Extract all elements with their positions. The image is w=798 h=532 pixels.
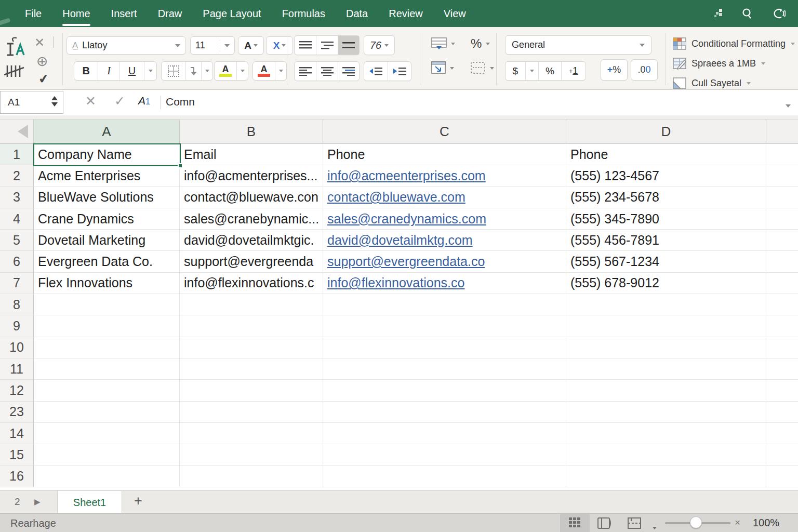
cell-C6[interactable]: support@evergreendata.co	[323, 251, 566, 272]
apply-check-button[interactable]: ✔	[37, 71, 50, 87]
row-header-7[interactable]: 7	[0, 273, 34, 294]
row-header-12[interactable]: 12	[0, 380, 34, 401]
cell-D23[interactable]	[566, 402, 766, 423]
cell-C11[interactable]	[323, 358, 566, 380]
align-top-button[interactable]	[295, 36, 316, 55]
paste-button[interactable]	[6, 36, 28, 59]
menu-home[interactable]: Home	[62, 8, 90, 20]
cell-E4[interactable]	[766, 208, 798, 230]
borders-button[interactable]	[162, 62, 185, 80]
cell-E2[interactable]	[766, 165, 798, 187]
row-header-10[interactable]: 10	[0, 337, 34, 358]
cell-C2[interactable]: info@acmeenterprises.com	[323, 165, 566, 187]
decrease-decimal-button[interactable]: .00	[631, 59, 658, 81]
cell-D8[interactable]	[566, 294, 766, 315]
cell-D6[interactable]: (555) 567-1234	[566, 251, 766, 272]
cell-C16[interactable]	[323, 466, 566, 487]
font-color-button[interactable]: A	[253, 62, 275, 80]
cell-E3[interactable]	[766, 187, 798, 208]
row-header-3[interactable]: 3	[0, 187, 34, 208]
tab-nav-all-button[interactable]: 2	[15, 496, 20, 508]
cell-A16[interactable]	[34, 466, 180, 487]
cell-C3[interactable]: contact@bluewave.com	[323, 187, 566, 208]
cell-A5[interactable]: Dovetail Marketing	[34, 230, 180, 251]
cell-D15[interactable]	[566, 444, 766, 466]
cell-D5[interactable]: (555) 456-7891	[566, 230, 766, 251]
cancel-entry-button[interactable]: ✕	[85, 94, 96, 109]
cell-D4[interactable]: (555) 345-7890	[566, 208, 766, 230]
menu-insert[interactable]: Insert	[111, 8, 137, 20]
row-header-6[interactable]: 6	[0, 251, 34, 272]
cell-D3[interactable]: (555) 234-5678	[566, 187, 766, 208]
percent-format-button[interactable]: %	[538, 62, 561, 80]
cell-A15[interactable]	[34, 444, 180, 466]
cell-A11[interactable]	[34, 358, 180, 380]
format-as-table-button[interactable]: Spraees a 1MB	[673, 57, 765, 70]
menu-view[interactable]: View	[444, 8, 466, 20]
name-box[interactable]: A1	[0, 91, 63, 114]
select-all-corner[interactable]	[0, 119, 34, 143]
row-header-8[interactable]: 8	[0, 294, 34, 315]
cell-E6[interactable]	[766, 251, 798, 272]
underline-button[interactable]: U	[119, 62, 144, 80]
cell-B15[interactable]	[180, 444, 323, 466]
menu-page-layout[interactable]: Page Layout	[203, 8, 261, 20]
cell-E1[interactable]	[766, 144, 798, 165]
cell-D12[interactable]	[566, 380, 766, 401]
cell-C14[interactable]	[323, 423, 566, 444]
cell-A3[interactable]: BlueWave Solutions	[34, 187, 180, 208]
cell-B3[interactable]: contact@bluewave.con	[180, 187, 323, 208]
cell-A2[interactable]: Acme Enterprises	[34, 165, 180, 187]
add-sheet-button[interactable]: +	[134, 493, 142, 509]
increase-indent-button[interactable]	[388, 62, 411, 81]
cell-A4[interactable]: Crane Dynamics	[34, 208, 180, 230]
border-style-button[interactable]	[185, 62, 201, 80]
clear-format-button[interactable]: X	[266, 36, 293, 55]
zoom-level-label[interactable]: 100%	[753, 517, 779, 529]
cell-C10[interactable]	[323, 337, 566, 358]
cell-D16[interactable]	[566, 466, 766, 487]
menu-formulas[interactable]: Formulas	[282, 8, 325, 20]
row-header-15[interactable]: 15	[0, 444, 34, 466]
cell-D14[interactable]	[566, 423, 766, 444]
cell-E12[interactable]	[766, 380, 798, 401]
italic-button[interactable]: I	[98, 62, 119, 80]
row-header-11[interactable]: 11	[0, 358, 34, 380]
column-header-C[interactable]: C	[323, 119, 566, 143]
cell-E7[interactable]	[766, 273, 798, 294]
menu-data[interactable]: Data	[346, 8, 368, 20]
cell-A12[interactable]	[34, 380, 180, 401]
formula-bar-expand-icon[interactable]	[786, 100, 791, 110]
search-icon[interactable]	[741, 7, 753, 20]
cell-D10[interactable]	[566, 337, 766, 358]
normal-view-button[interactable]	[560, 514, 590, 532]
cell-D1[interactable]: Phone	[566, 144, 766, 165]
menu-review[interactable]: Review	[389, 8, 423, 20]
cell-D2[interactable]: (555) 123-4567	[566, 165, 766, 187]
menu-draw[interactable]: Draw	[158, 8, 182, 20]
bold-button[interactable]: B	[74, 62, 98, 80]
cell-B5[interactable]: david@dovetailmktgic.	[180, 230, 323, 251]
column-header-D[interactable]: D	[566, 119, 766, 143]
font-name-select[interactable]: A̲ Llatoy	[66, 36, 186, 55]
copy-button[interactable]: ⊕	[36, 53, 48, 70]
cell-B14[interactable]	[180, 423, 323, 444]
menu-file[interactable]: File	[25, 8, 42, 20]
zoom-slider-thumb[interactable]	[690, 516, 702, 528]
comma-format-button[interactable]: +1	[561, 62, 586, 80]
row-header-14[interactable]: 14	[0, 423, 34, 444]
sheet-tab-sheet1[interactable]: Sheet1	[57, 491, 122, 514]
page-layout-view-button[interactable]	[597, 517, 612, 531]
cut-button[interactable]: ✕	[34, 35, 45, 50]
font-color-caret-button[interactable]	[275, 62, 286, 80]
cell-A8[interactable]	[34, 294, 180, 315]
cell-C4[interactable]: sales@cranedynamics.com	[323, 208, 566, 230]
highlight-color-button[interactable]: A	[215, 62, 236, 80]
cell-B9[interactable]	[180, 315, 323, 337]
align-bottom-button[interactable]	[338, 36, 359, 55]
underline-caret-button[interactable]	[144, 62, 156, 80]
align-middle-button[interactable]	[316, 36, 337, 55]
cell-B16[interactable]	[180, 466, 323, 487]
percent-style-button[interactable]: %	[471, 36, 490, 51]
font-size-select[interactable]: 11	[190, 36, 235, 55]
